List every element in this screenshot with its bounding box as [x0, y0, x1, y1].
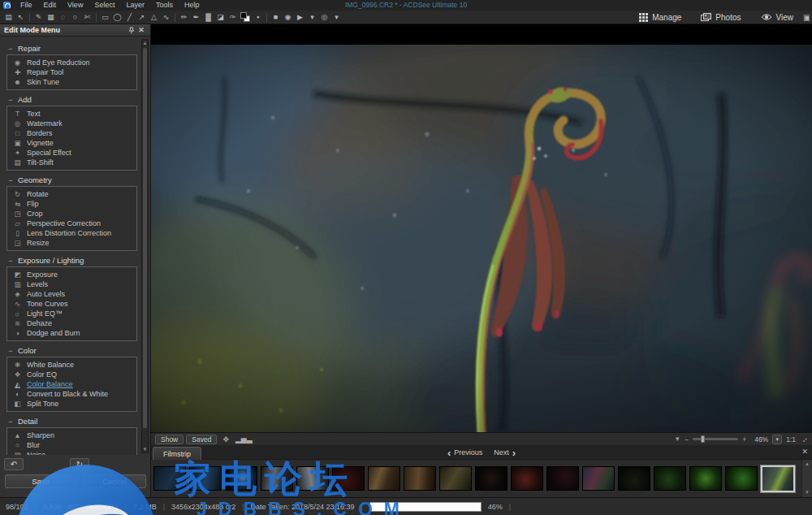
next-button[interactable]: Next ›: [494, 448, 516, 457]
photos-mode-button[interactable]: Photos: [691, 11, 750, 24]
rectangle-shape-tool-button[interactable]: ▭: [99, 11, 111, 23]
menu-select[interactable]: Select: [89, 0, 120, 11]
menu-help[interactable]: Help: [179, 0, 205, 11]
menu-file[interactable]: File: [15, 0, 38, 11]
pan-icon[interactable]: ✥: [222, 435, 229, 444]
tool-item-vignette[interactable]: ▣Vignette: [7, 138, 136, 148]
group-header-exposure-lighting[interactable]: −Exposure / Lighting: [7, 255, 140, 266]
gradient-tool-button[interactable]: ▓: [202, 11, 214, 23]
lasso-select-tool-button[interactable]: ○: [69, 11, 81, 23]
tool-item-rotate[interactable]: ↻Rotate: [7, 189, 136, 199]
ellipse-shape-tool-button[interactable]: ◯: [111, 11, 123, 23]
group-header-detail[interactable]: −Detail: [7, 416, 140, 426]
filmstrip-close-icon[interactable]: ✕: [801, 448, 808, 456]
saved-button[interactable]: Saved: [186, 435, 217, 444]
zoom-out-icon[interactable]: −: [685, 435, 689, 444]
line-tool-button[interactable]: ╱: [123, 11, 136, 23]
tool-item-resize[interactable]: ◲Resize: [7, 238, 136, 248]
group-header-repair[interactable]: −Repair: [7, 43, 140, 54]
tool-item-blur[interactable]: ○Blur: [7, 440, 136, 450]
filmstrip-thumbnail-15[interactable]: [654, 466, 686, 491]
actual-size-button[interactable]: 1:1: [786, 435, 796, 444]
filmstrip-thumbnail-7[interactable]: [368, 466, 400, 491]
filmstrip-thumbnail-3[interactable]: [225, 466, 257, 491]
filmstrip-thumbnail-18[interactable]: [761, 465, 795, 492]
swatch-add-button[interactable]: ▪: [252, 11, 264, 23]
group-header-geometry[interactable]: −Geometry: [7, 175, 140, 185]
histogram-icon[interactable]: ▂▅▃: [235, 435, 253, 444]
menu-tools[interactable]: Tools: [150, 0, 179, 11]
marquee-select-tool-button[interactable]: ▦: [45, 11, 57, 23]
view-mode-button[interactable]: View: [751, 11, 804, 24]
filmstrip-thumbnail-16[interactable]: [689, 466, 722, 491]
manage-mode-button[interactable]: Manage: [629, 11, 691, 24]
zoom-slider-handle[interactable]: [701, 435, 705, 443]
tool-item-lens-distortion-correction[interactable]: ▯Lens Distortion Correction: [7, 228, 136, 238]
record-mode-button[interactable]: ◉: [282, 11, 294, 23]
clone-stamp-tool-button[interactable]: ✑: [227, 11, 239, 23]
filmstrip-scroll-up-icon[interactable]: ▲: [802, 461, 812, 468]
tool-item-color-eq[interactable]: ❖Color EQ: [7, 370, 136, 379]
filmstrip-scrollbar[interactable]: ▲ ▼: [801, 460, 812, 497]
next-mode-partial-icon[interactable]: ▣: [803, 11, 810, 24]
scroll-down-icon[interactable]: ▼: [142, 446, 148, 452]
menu-edit[interactable]: Edit: [38, 0, 63, 11]
polygon-tool-button[interactable]: △: [148, 11, 160, 23]
tool-item-perspective-correction[interactable]: ▱Perspective Correction: [7, 219, 136, 228]
ellipse-select-tool-button[interactable]: ◌: [57, 11, 69, 23]
filmstrip-thumbnail-11[interactable]: [511, 466, 543, 491]
panel-scrollbar[interactable]: ▲ ▼: [141, 39, 149, 453]
filmstrip-tab[interactable]: Filmstrip: [153, 447, 201, 460]
tool-item-special-effect[interactable]: ✦Special Effect: [7, 148, 136, 158]
tool-item-auto-levels[interactable]: ◈Auto Levels: [7, 289, 136, 299]
tool-item-sharpen[interactable]: ▲Sharpen: [7, 431, 136, 440]
cancel-button[interactable]: Cancel: [83, 474, 146, 488]
brush-tool-button[interactable]: ✒: [190, 11, 202, 23]
tool-item-watermark[interactable]: ◎Watermark: [7, 119, 136, 128]
previous-button[interactable]: ‹ Previous: [447, 448, 482, 457]
save-button[interactable]: Save: [5, 474, 76, 488]
edit-draw-tool-button[interactable]: ✎: [32, 11, 45, 23]
tool-item-color-balance[interactable]: ◭Color Balance: [7, 379, 136, 389]
fit-image-icon[interactable]: ↔: [798, 433, 810, 445]
filmstrip-thumbnail-2[interactable]: [189, 466, 222, 491]
tool-item-convert-to-black-white[interactable]: ◐Convert to Black & White: [7, 389, 136, 399]
filmstrip-scroll-down-icon[interactable]: ▼: [802, 489, 812, 496]
tool-item-dodge-and-burn[interactable]: ◑Dodge and Burn: [7, 328, 136, 338]
undo-button[interactable]: ↶: [4, 458, 24, 470]
tool-item-borders[interactable]: □Borders: [7, 128, 136, 138]
play-actions-button[interactable]: ▶: [294, 11, 306, 23]
filmstrip-thumbnail-9[interactable]: [439, 466, 472, 491]
filmstrip-thumbnail-8[interactable]: [404, 466, 436, 491]
eraser-tool-button[interactable]: ◪: [214, 11, 227, 23]
filmstrip-thumbnail-17[interactable]: [725, 466, 758, 491]
show-button[interactable]: Show: [155, 435, 184, 444]
filmstrip-thumbnail-5[interactable]: [296, 466, 329, 491]
filmstrip-thumbnail-13[interactable]: [582, 466, 615, 491]
pencil-tool-button[interactable]: ✏: [178, 11, 190, 23]
zoom-slider[interactable]: [693, 438, 738, 440]
redo-button[interactable]: ↻: [70, 458, 89, 470]
scroll-up-icon[interactable]: ▲: [142, 40, 148, 46]
record-actions-button[interactable]: ◎: [318, 11, 330, 23]
tool-item-exposure[interactable]: ◩Exposure: [7, 270, 136, 279]
filmstrip-thumbnail-4[interactable]: [261, 466, 293, 491]
scrollbar-thumb[interactable]: [143, 48, 147, 428]
filmstrip-thumbnail-6[interactable]: [332, 466, 365, 491]
tool-item-red-eye-reduction[interactable]: ◉Red Eye Reduction: [7, 58, 136, 67]
zoom-in-icon[interactable]: +: [742, 435, 746, 444]
tool-item-white-balance[interactable]: ❋White Balance: [7, 360, 136, 370]
select-move-tool-button[interactable]: ↖: [15, 11, 27, 23]
filmstrip-thumbnail-1[interactable]: [153, 466, 186, 491]
view-dropdown-icon[interactable]: ▼: [674, 435, 680, 443]
tool-item-flip[interactable]: ⇆Flip: [7, 199, 136, 209]
tool-item-dehaze[interactable]: ≋Dehaze: [7, 318, 136, 328]
document-tool-button[interactable]: ▤: [2, 11, 15, 23]
tool-item-text[interactable]: TText: [7, 109, 136, 119]
tool-item-tilt-shift[interactable]: ▤Tilt-Shift: [7, 158, 136, 167]
curve-tool-button[interactable]: ∿: [160, 11, 172, 23]
group-header-add[interactable]: −Add: [7, 94, 140, 105]
foreground-color-swatch[interactable]: [240, 12, 247, 19]
photo-image[interactable]: [151, 45, 812, 432]
filmstrip-thumbnail-14[interactable]: [618, 466, 650, 491]
